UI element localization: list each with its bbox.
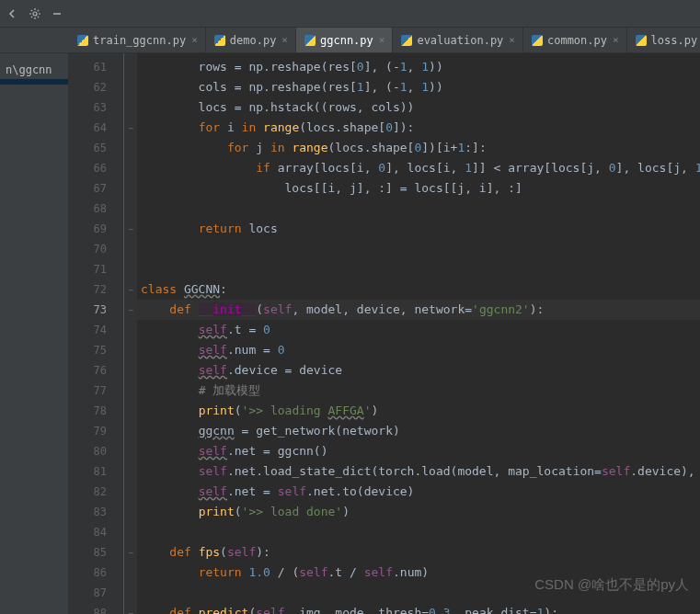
tab-train_ggcnn-py[interactable]: train_ggcnn.py× — [69, 28, 206, 52]
python-file-icon — [635, 34, 648, 47]
tab-evaluation-py[interactable]: evaluation.py× — [393, 28, 523, 52]
code-line[interactable]: def fps(self): — [137, 542, 700, 563]
code-line[interactable]: for i in range(locs.shape[0]): — [137, 118, 700, 138]
line-number: 61 — [69, 57, 123, 77]
python-file-icon — [213, 34, 226, 47]
python-file-icon — [400, 34, 413, 47]
fold-marker[interactable]: − — [124, 542, 137, 563]
fold-marker — [124, 320, 137, 340]
close-icon[interactable]: × — [281, 34, 288, 46]
close-icon[interactable]: × — [509, 34, 515, 46]
tab-label: demo.py — [230, 34, 277, 47]
line-number: 86 — [69, 563, 123, 583]
line-number: 76 — [69, 360, 123, 381]
gear-icon[interactable] — [28, 6, 42, 21]
minus-icon[interactable] — [50, 6, 64, 21]
code-line[interactable]: self.device = device — [137, 360, 700, 381]
line-number: 83 — [69, 502, 123, 522]
tab-common-py[interactable]: common.py× — [523, 28, 627, 52]
code-line[interactable]: rows = np.reshape(res[0], (-1, 1)) — [137, 57, 700, 77]
tab-label: loss.py — [651, 34, 698, 47]
code-line[interactable]: self.t = 0 — [137, 320, 700, 340]
fold-marker — [124, 178, 137, 199]
line-number: 62 — [69, 77, 123, 97]
code-line[interactable]: self.net = self.net.to(device) — [137, 482, 700, 502]
chevron-left-icon[interactable] — [6, 6, 20, 21]
python-file-icon — [76, 34, 89, 47]
code-line[interactable]: self.net.load_state_dict(torch.load(mode… — [137, 461, 700, 482]
code-line[interactable]: class GGCNN: — [137, 279, 700, 300]
line-number: 72 — [69, 279, 123, 300]
close-icon[interactable]: × — [613, 34, 619, 46]
fold-marker[interactable]: − — [124, 118, 137, 138]
fold-marker — [124, 158, 137, 178]
line-number: 73 — [69, 300, 123, 320]
code-line[interactable] — [137, 239, 700, 259]
python-file-icon — [531, 34, 544, 47]
code-line[interactable] — [137, 199, 700, 219]
code-line[interactable]: self.num = 0 — [137, 340, 700, 360]
fold-marker — [124, 381, 137, 401]
line-number: 67 — [69, 178, 123, 199]
fold-column: −−−−−− — [124, 53, 137, 614]
code-line[interactable]: print('>> loading AFFGA') — [137, 401, 700, 421]
code-line[interactable]: ggcnn = get_network(network) — [137, 421, 700, 441]
code-line[interactable]: return locs — [137, 219, 700, 239]
line-number: 63 — [69, 97, 123, 118]
line-number: 82 — [69, 482, 123, 502]
line-number: 70 — [69, 239, 123, 259]
line-number: 88 — [69, 603, 123, 614]
sidebar-item[interactable]: n\ggcnn — [0, 61, 68, 79]
fold-marker — [124, 77, 137, 97]
code-line[interactable]: self.net = ggcnn() — [137, 441, 700, 461]
fold-marker — [124, 502, 137, 522]
fold-marker — [124, 239, 137, 259]
line-number: 80 — [69, 441, 123, 461]
svg-point-0 — [33, 12, 37, 16]
line-number: 74 — [69, 320, 123, 340]
tab-demo-py[interactable]: demo.py× — [206, 28, 296, 52]
line-number: 65 — [69, 138, 123, 158]
code-line[interactable]: locs[[i, j], :] = locs[[j, i], :] — [137, 178, 700, 199]
line-number: 84 — [69, 522, 123, 542]
tab-label: common.py — [547, 34, 607, 47]
code-line[interactable]: return 1.0 / (self.t / self.num) — [137, 563, 700, 583]
line-number: 79 — [69, 421, 123, 441]
code-line[interactable]: print('>> load done') — [137, 502, 700, 522]
line-number: 81 — [69, 461, 123, 482]
code-line[interactable]: cols = np.reshape(res[1], (-1, 1)) — [137, 77, 700, 97]
line-number: 75 — [69, 340, 123, 360]
tab-label: evaluation.py — [417, 34, 503, 47]
line-number: 64 — [69, 118, 123, 138]
line-number: 71 — [69, 259, 123, 279]
fold-marker[interactable]: − — [124, 300, 137, 320]
tab-bar: train_ggcnn.py×demo.py×ggcnn.py×evaluati… — [0, 28, 700, 53]
fold-marker[interactable]: − — [124, 219, 137, 239]
code-line[interactable]: for j in range(locs.shape[0])[i+1:]: — [137, 138, 700, 158]
close-icon[interactable]: × — [191, 34, 198, 46]
fold-marker — [124, 563, 137, 583]
code-line[interactable]: def __init__(self, model, device, networ… — [137, 300, 700, 320]
tab-label: train_ggcnn.py — [93, 34, 186, 47]
sidebar-item[interactable] — [0, 79, 68, 85]
tab-ggcnn-py[interactable]: ggcnn.py× — [296, 28, 393, 52]
fold-marker — [124, 461, 137, 482]
code-line[interactable]: def predict(self, img, mode, thresh=0.3,… — [137, 603, 700, 614]
fold-marker[interactable]: − — [124, 279, 137, 300]
code-line[interactable]: locs = np.hstack((rows, cols)) — [137, 97, 700, 118]
fold-marker[interactable]: − — [124, 603, 137, 614]
fold-marker — [124, 57, 137, 77]
code-line[interactable] — [137, 259, 700, 279]
code-line[interactable]: if array[locs[i, 0], locs[i, 1]] < array… — [137, 158, 700, 178]
fold-marker — [124, 522, 137, 542]
fold-marker — [124, 199, 137, 219]
project-sidebar: n\ggcnn — [0, 53, 69, 614]
tab-loss-py[interactable]: loss.py× — [627, 28, 700, 52]
code-line[interactable]: # 加载模型 — [137, 381, 700, 401]
code-line[interactable] — [137, 522, 700, 542]
close-icon[interactable]: × — [379, 34, 385, 46]
fold-marker — [124, 340, 137, 360]
code-line[interactable] — [137, 583, 700, 603]
line-number: 69 — [69, 219, 123, 239]
code-editor[interactable]: rows = np.reshape(res[0], (-1, 1)) cols … — [137, 53, 700, 614]
